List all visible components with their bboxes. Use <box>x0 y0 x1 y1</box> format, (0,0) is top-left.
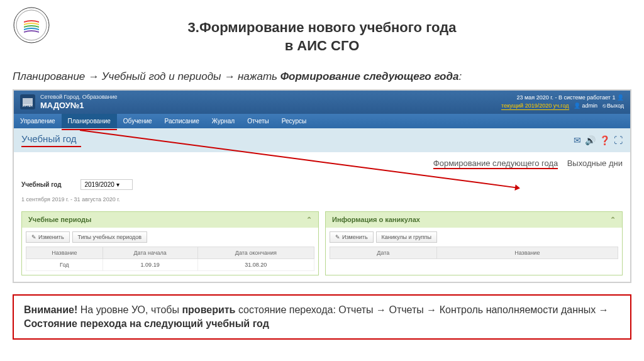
collapse-icon[interactable]: ⌃ <box>610 216 616 224</box>
edit-periods-button[interactable]: ✎ Изменить <box>26 231 70 243</box>
app-header: ИРТЕХ Сетевой Город. Образование МАДОУ№1… <box>14 91 630 113</box>
holidays-link[interactable]: Выходные дни <box>567 158 623 168</box>
panel2-title: Информация о каникулах <box>332 216 420 223</box>
nav-education[interactable]: Обучение <box>117 114 158 128</box>
svg-text:ИРТЕХ: ИРТЕХ <box>23 104 33 108</box>
warning-box: Внимание! На уровне УО, чтобы проверить … <box>13 294 631 340</box>
action-bar: Формирование следующего года Выходные дн… <box>14 152 630 175</box>
year-label: Учебный год <box>21 181 62 188</box>
study-periods-panel: Учебные периоды ⌃ ✎ Изменить Типы учебны… <box>21 211 319 275</box>
sound-icon[interactable]: 🔊 <box>585 135 596 145</box>
user-link[interactable]: admin <box>582 103 598 109</box>
collapse-icon[interactable]: ⌃ <box>306 216 312 224</box>
col-name2: Название <box>436 247 618 258</box>
help-icon[interactable]: ❓ <box>599 135 610 145</box>
app-org-name: МАДОУ№1 <box>40 101 118 111</box>
col-start: Дата начала <box>103 247 197 258</box>
fullscreen-icon[interactable]: ⛶ <box>614 135 623 145</box>
app-logo-icon: ИРТЕХ <box>20 94 35 109</box>
app-screenshot: ИРТЕХ Сетевой Город. Образование МАДОУ№1… <box>13 89 631 282</box>
col-name: Название <box>26 247 103 258</box>
system-date-info: 23 мая 2020 г. - В системе работает 1 👤 <box>501 94 624 102</box>
page-toolbar-icons: ✉ 🔊 ❓ ⛶ <box>574 135 623 145</box>
year-selector-row: Учебный год 2019/2020 ▾ <box>14 175 630 194</box>
logout-link[interactable]: Выход <box>607 103 624 109</box>
vacation-table: Дата Название <box>330 247 618 259</box>
nav-management[interactable]: Управление <box>14 114 62 128</box>
nav-resources[interactable]: Ресурсы <box>275 114 313 128</box>
app-subtitle: Сетевой Город. Образование <box>40 94 118 101</box>
year-select[interactable]: 2019/2020 ▾ <box>80 179 133 190</box>
main-nav: Управление Планирование Обучение Расписа… <box>14 114 630 128</box>
mail-icon[interactable]: ✉ <box>574 135 581 145</box>
nav-reports[interactable]: Отчеты <box>241 114 275 128</box>
vacation-groups-button[interactable]: Каникулы и группы <box>376 231 437 243</box>
edit-vacation-button[interactable]: ✎ Изменить <box>330 231 374 243</box>
year-date-range: 1 сентября 2019 г. - 31 августа 2020 г. <box>14 194 630 205</box>
table-row: Год 1.09.19 31.08.20 <box>26 258 314 270</box>
nav-planning[interactable]: Планирование <box>62 114 117 128</box>
form-next-year-link[interactable]: Формирование следующего года <box>433 158 560 168</box>
current-year-badge: текущий 2019/2020 уч.год <box>501 102 569 111</box>
col-date: Дата <box>330 247 437 258</box>
panel1-title: Учебные периоды <box>28 216 91 223</box>
nav-schedule[interactable]: Расписание <box>158 114 206 128</box>
periods-table: Название Дата начала Дата окончания Год … <box>26 247 314 271</box>
page-title: Учебный год <box>21 133 77 144</box>
slide-title: 3.Формирование нового учебного года в АИ… <box>0 0 644 61</box>
period-types-button[interactable]: Типы учебных периодов <box>72 231 147 243</box>
instruction-text: Планирование → Учебный год и периоды → н… <box>0 61 644 89</box>
vacation-info-panel: Информация о каникулах ⌃ ✎ Изменить Кани… <box>325 211 623 275</box>
page-title-bar: Учебный год ✉ 🔊 ❓ ⛶ <box>14 128 630 152</box>
nav-journal[interactable]: Журнал <box>206 114 242 128</box>
institution-logo <box>13 6 50 44</box>
col-end: Дата окончания <box>197 247 314 258</box>
